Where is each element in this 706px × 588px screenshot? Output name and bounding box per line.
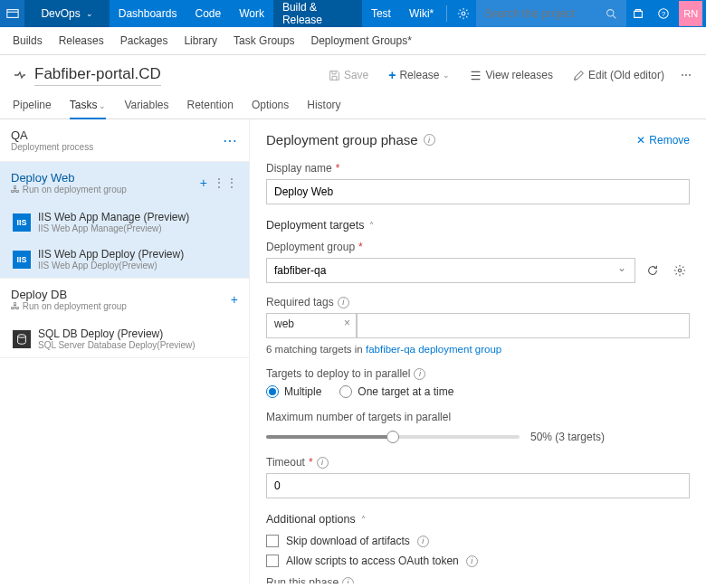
environment-subtitle: Deployment process [11, 142, 93, 152]
tab-pipeline[interactable]: Pipeline [13, 93, 52, 119]
chevron-up-icon: ˄ [361, 515, 366, 525]
parallel-slider[interactable] [266, 435, 520, 439]
tab-history[interactable]: History [307, 93, 340, 119]
subnav-releases[interactable]: Releases [59, 34, 104, 47]
chevron-down-icon: ⌄ [99, 101, 106, 110]
marketplace-icon[interactable] [626, 0, 651, 27]
divider [446, 5, 447, 22]
azure-logo-icon[interactable] [0, 0, 24, 27]
radio-multiple[interactable]: Multiple [266, 385, 321, 398]
list-icon [470, 70, 482, 81]
refresh-icon[interactable] [643, 261, 663, 280]
subnav-packages[interactable]: Packages [120, 34, 168, 47]
slider-thumb[interactable] [386, 431, 399, 443]
page-header: Fabfiber-portal.CD Save + Release ⌄ View… [0, 55, 706, 93]
panel-title: Deployment group phase i [266, 132, 435, 147]
release-button[interactable]: + Release ⌄ [383, 64, 455, 86]
edit-button[interactable]: Edit (Old editor) [568, 65, 670, 85]
search-box[interactable] [476, 0, 626, 27]
radio-one-at-a-time[interactable]: One target at a time [339, 385, 453, 398]
task-sub: IIS Web App Manage(Preview) [38, 223, 189, 233]
subnav-library[interactable]: Library [184, 34, 217, 47]
checkbox-icon [266, 535, 279, 547]
tabs: Pipeline Tasks⌄ Variables Retention Opti… [0, 93, 706, 119]
sub-nav: Builds Releases Packages Library Task Gr… [0, 27, 706, 55]
tab-tasks[interactable]: Tasks⌄ [70, 93, 107, 119]
remove-button[interactable]: ✕ Remove [636, 134, 690, 147]
search-input[interactable] [485, 7, 594, 20]
phase-title: Deploy DB [11, 288, 127, 301]
subnav-deploymentgroups[interactable]: Deployment Groups* [310, 34, 411, 47]
search-icon [606, 8, 617, 20]
settings-icon[interactable] [670, 261, 690, 280]
subnav-builds[interactable]: Builds [13, 34, 43, 47]
display-name-input[interactable] [266, 179, 690, 204]
info-icon[interactable]: i [417, 536, 429, 547]
sql-icon [13, 330, 31, 348]
task-list-panel: QA Deployment process ⋯ Deploy Web 🖧 Run… [0, 119, 250, 583]
max-parallel-label: Maximum number of targets in parallel [266, 411, 690, 423]
pipeline-name[interactable]: Fabfiber-portal.CD [34, 65, 161, 86]
environment-title: QA [11, 128, 93, 142]
view-releases-button[interactable]: View releases [464, 65, 558, 85]
checkbox-icon [266, 555, 279, 567]
info-icon[interactable]: i [342, 577, 354, 584]
info-icon[interactable]: i [466, 555, 478, 567]
display-name-label: Display name * [266, 162, 690, 175]
tab-options[interactable]: Options [252, 93, 289, 119]
environment-header[interactable]: QA Deployment process ⋯ [0, 119, 249, 162]
info-icon[interactable]: i [338, 297, 349, 308]
additional-options-section[interactable]: Additional options ˄ [266, 513, 690, 526]
task-sub: IIS Web App Deploy(Preview) [38, 261, 184, 270]
info-icon[interactable]: i [424, 134, 435, 146]
required-tags-label: Required tags i [266, 296, 690, 308]
subnav-taskgroups[interactable]: Task Groups [234, 34, 294, 47]
svg-point-6 [678, 269, 682, 272]
close-icon: ✕ [636, 134, 645, 147]
save-button[interactable]: Save [323, 65, 374, 85]
phase-title: Deploy Web [11, 171, 127, 185]
tag-input[interactable] [357, 313, 690, 338]
skip-download-checkbox[interactable]: Skip download of artifacts i [266, 535, 690, 547]
radio-icon [339, 385, 352, 398]
iis-icon: IIS [13, 251, 31, 269]
more-button[interactable]: ⋯ [679, 65, 693, 85]
phase-subtitle: 🖧 Run on deployment group [11, 185, 127, 194]
add-icon[interactable]: + [231, 292, 238, 307]
remove-tag-icon[interactable]: × [344, 317, 350, 329]
phase-deploy-web[interactable]: Deploy Web 🖧 Run on deployment group + ⋮… [0, 162, 249, 279]
deployment-group-select[interactable]: fabfiber-qa [266, 258, 635, 283]
task-item[interactable]: SQL DB Deploy (Preview) SQL Server Datab… [0, 320, 249, 357]
tab-variables[interactable]: Variables [124, 93, 168, 119]
nav-code[interactable]: Code [186, 0, 230, 27]
deployment-group-label: Deployment group * [266, 241, 690, 253]
pipeline-icon [13, 68, 27, 82]
allow-oauth-checkbox[interactable]: Allow scripts to access OAuth token i [266, 555, 690, 567]
tab-retention[interactable]: Retention [187, 93, 234, 119]
add-icon[interactable]: + [200, 175, 207, 190]
info-icon[interactable]: i [317, 457, 329, 469]
info-icon[interactable]: i [414, 368, 425, 380]
deployment-targets-section[interactable]: Deployment targets ˄ [266, 219, 690, 232]
nav-dashboards[interactable]: Dashboards [110, 0, 186, 27]
task-name: SQL DB Deploy (Preview) [38, 327, 196, 340]
timeout-input[interactable] [266, 473, 690, 498]
task-item[interactable]: IIS IIS Web App Deploy (Preview) IIS Web… [0, 241, 249, 278]
nav-wiki[interactable]: Wiki* [400, 0, 443, 27]
svg-text:?: ? [662, 10, 666, 18]
run-phase-label: Run this phase i [266, 576, 690, 583]
task-item[interactable]: IIS IIS Web App Manage (Preview) IIS Web… [0, 204, 249, 241]
task-name: IIS Web App Manage (Preview) [38, 211, 189, 223]
nav-work[interactable]: Work [230, 0, 273, 27]
project-selector[interactable]: DevOps ⌄ [24, 0, 109, 27]
gear-icon[interactable] [451, 0, 475, 27]
drag-handle-icon[interactable]: ⋮⋮ [213, 175, 238, 190]
help-icon[interactable]: ? [651, 0, 675, 27]
nav-test[interactable]: Test [362, 0, 400, 27]
more-icon[interactable]: ⋯ [223, 132, 238, 149]
svg-rect-0 [7, 10, 18, 18]
phase-deploy-db[interactable]: Deploy DB 🖧 Run on deployment group + SQ… [0, 279, 249, 358]
deployment-group-link[interactable]: fabfiber-qa deployment group [366, 344, 501, 355]
user-avatar[interactable]: RN [679, 1, 702, 26]
nav-build-release[interactable]: Build & Release [273, 0, 362, 27]
